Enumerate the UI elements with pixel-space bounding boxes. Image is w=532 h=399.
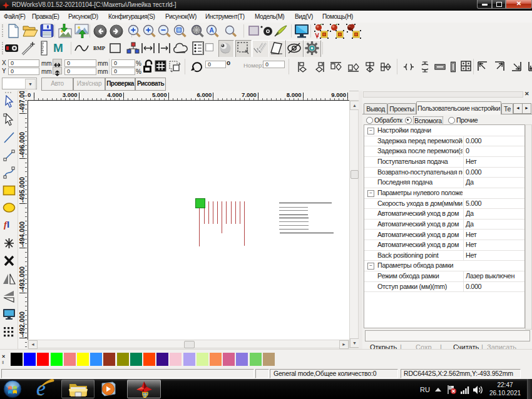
svg-text:A: A: [209, 27, 213, 34]
